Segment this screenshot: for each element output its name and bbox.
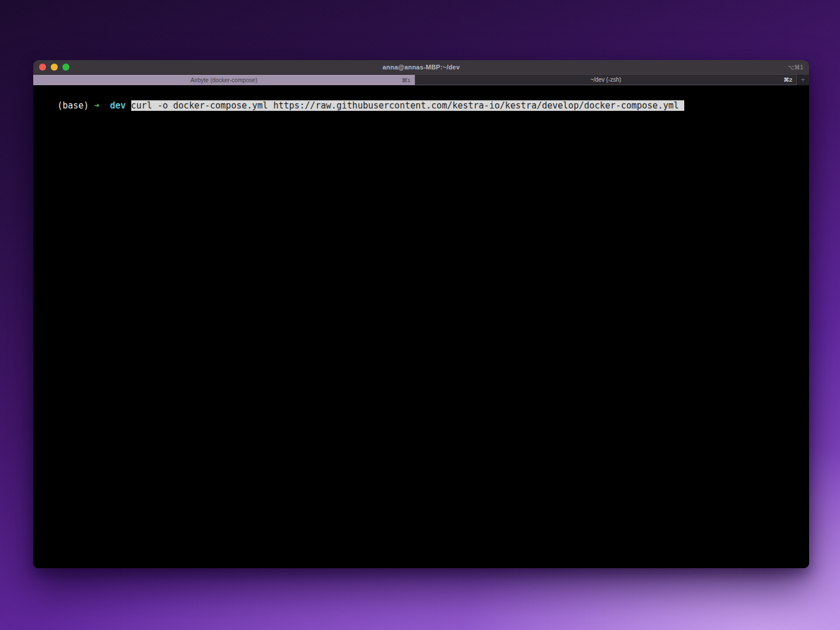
window-title-shortcut: ⌥⌘1: [788, 64, 803, 71]
tab-airbyte-docker-compose[interactable]: Airbyte (docker-compose) ⌘1: [33, 74, 415, 85]
terminal-content[interactable]: (base) ➜ dev curl -o docker-compose.yml …: [33, 86, 809, 568]
tab-dev-zsh[interactable]: ~/dev (-zsh) ⌘2: [415, 74, 797, 85]
zoom-button[interactable]: [62, 64, 69, 71]
plus-icon: +: [801, 76, 805, 83]
tab-shortcut: ⌘2: [783, 76, 792, 83]
prompt-spacer: [126, 100, 131, 111]
prompt-spacer: [89, 100, 94, 111]
minimize-button[interactable]: [51, 64, 58, 71]
close-button[interactable]: [39, 64, 46, 71]
new-tab-button[interactable]: +: [797, 74, 809, 85]
tab-label: Airbyte (docker-compose): [47, 77, 401, 83]
traffic-lights: [33, 64, 69, 71]
tab-bar: Airbyte (docker-compose) ⌘1 ~/dev (-zsh)…: [33, 74, 809, 86]
selected-command-text[interactable]: curl -o docker-compose.yml https://raw.g…: [131, 100, 684, 111]
prompt-env: (base): [57, 100, 89, 111]
tab-label: ~/dev (-zsh): [429, 76, 783, 83]
prompt-spacer: [99, 100, 110, 111]
title-bar[interactable]: anna@annas-MBP:~/dev ⌥⌘1: [33, 60, 809, 74]
window-title: anna@annas-MBP:~/dev: [33, 64, 809, 71]
prompt-line: (base) ➜ dev curl -o docker-compose.yml …: [57, 100, 684, 111]
prompt-directory: dev: [110, 100, 125, 111]
tab-shortcut: ⌘1: [402, 77, 411, 83]
terminal-window: anna@annas-MBP:~/dev ⌥⌘1 Airbyte (docker…: [33, 60, 809, 568]
